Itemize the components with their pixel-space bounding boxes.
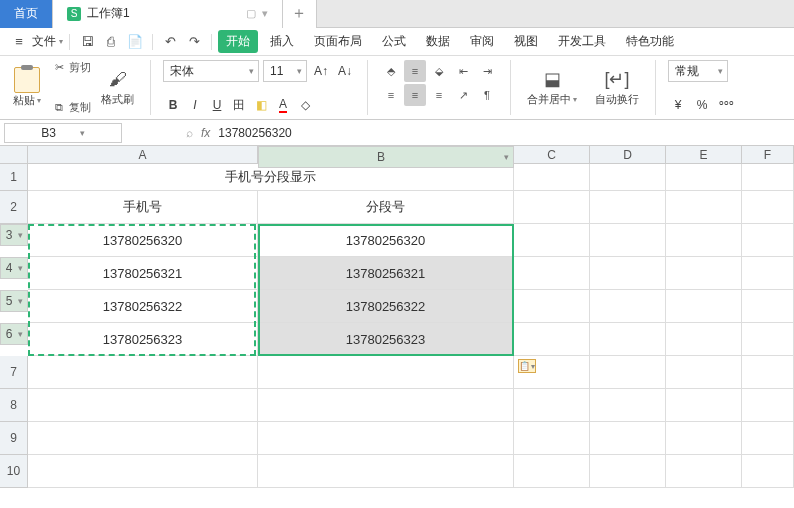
orientation-button[interactable]: ↗ [452,84,474,106]
paste-options-button[interactable]: 📋▾ [518,359,536,373]
cell[interactable] [666,422,742,455]
cell[interactable] [28,389,258,422]
cell[interactable] [514,164,590,191]
align-right-button[interactable]: ≡ [428,84,450,106]
cell[interactable] [742,164,794,191]
col-header-E[interactable]: E [666,146,742,164]
cell[interactable]: 13780256322 [28,290,258,323]
cell[interactable] [28,422,258,455]
rtl-button[interactable]: ¶ [476,84,498,106]
cell[interactable] [514,290,590,323]
row-header[interactable]: 3 [0,224,28,246]
bold-button[interactable]: B [163,95,183,115]
cell[interactable] [742,191,794,224]
cell[interactable] [514,224,590,257]
comma-button[interactable]: ᵒᵒᵒ [716,95,736,115]
indent-dec-button[interactable]: ⇤ [452,60,474,82]
cell[interactable] [514,323,590,356]
cell[interactable] [742,224,794,257]
border-button[interactable]: 田 [229,95,249,115]
cell[interactable]: 13780256323 [28,323,258,356]
spreadsheet-grid[interactable]: A B C D E F 1 手机号分段显示 2 手机号 分段号 31378025… [0,146,794,488]
font-size-select[interactable]: 11 [263,60,307,82]
menu-7[interactable]: 开发工具 [550,30,614,53]
menu-4[interactable]: 数据 [418,30,458,53]
align-middle-button[interactable]: ≡ [404,60,426,82]
redo-icon[interactable]: ↷ [183,32,205,52]
cell[interactable] [742,257,794,290]
font-name-select[interactable]: 宋体 [163,60,259,82]
col-header-F[interactable]: F [742,146,794,164]
cell[interactable]: 13780256323 [258,323,514,356]
cell[interactable] [590,323,666,356]
cell[interactable]: 手机号 [28,191,258,224]
cell[interactable] [742,356,794,389]
cell[interactable] [258,422,514,455]
font-color-button[interactable]: A [273,95,293,115]
fx-icon[interactable]: fx [201,126,210,140]
cell[interactable] [514,422,590,455]
cell[interactable] [666,290,742,323]
col-header-A[interactable]: A [28,146,258,164]
cell[interactable] [28,356,258,389]
col-header-D[interactable]: D [590,146,666,164]
hamburger-icon[interactable]: ≡ [8,32,30,52]
cell[interactable] [590,290,666,323]
menu-5[interactable]: 审阅 [462,30,502,53]
cell[interactable] [742,455,794,488]
paste-button[interactable]: 粘贴▾ [8,60,46,115]
align-bottom-button[interactable]: ⬙ [428,60,450,82]
cell[interactable] [742,422,794,455]
font-shrink-button[interactable]: A↓ [335,61,355,81]
cell[interactable] [590,389,666,422]
select-all-corner[interactable] [0,146,28,164]
tab-workbook[interactable]: S 工作簿1 ▢ ▾ [53,0,283,28]
print-icon[interactable]: 📄 [124,32,146,52]
cell-title[interactable]: 手机号分段显示 [28,164,514,191]
wrap-text-button[interactable]: [↵] 自动换行 [591,60,643,115]
cell[interactable] [742,290,794,323]
menu-1[interactable]: 插入 [262,30,302,53]
clear-format-button[interactable]: ◇ [295,95,315,115]
formula-input[interactable]: 13780256320 [218,126,291,140]
percent-button[interactable]: % [692,95,712,115]
cell[interactable] [514,389,590,422]
format-painter-button[interactable]: 🖌 格式刷 [97,60,138,115]
underline-button[interactable]: U [207,95,227,115]
align-top-button[interactable]: ⬘ [380,60,402,82]
cell[interactable] [590,422,666,455]
cell[interactable]: 13780256320 [28,224,258,257]
cell[interactable] [590,191,666,224]
row-header[interactable]: 5 [0,290,28,312]
menu-6[interactable]: 视图 [506,30,546,53]
cell[interactable] [666,323,742,356]
save-as-icon[interactable]: ⎙ [100,32,122,52]
cell[interactable] [666,164,742,191]
cell[interactable] [590,257,666,290]
italic-button[interactable]: I [185,95,205,115]
menu-2[interactable]: 页面布局 [306,30,370,53]
row-header[interactable]: 2 [0,191,28,224]
row-header[interactable]: 4 [0,257,28,279]
cell[interactable]: 13780256320 [258,224,514,257]
cell[interactable] [590,224,666,257]
cell[interactable] [514,257,590,290]
indent-inc-button[interactable]: ⇥ [476,60,498,82]
align-center-button[interactable]: ≡ [404,84,426,106]
row-header[interactable]: 6 [0,323,28,345]
cell[interactable] [666,356,742,389]
tab-add[interactable]: ＋ [283,0,317,28]
cell[interactable] [514,455,590,488]
cell[interactable] [666,191,742,224]
search-icon[interactable]: ⌕ [186,126,193,140]
tab-home[interactable]: 首页 [0,0,53,28]
col-header-B[interactable]: B [258,146,514,168]
row-header[interactable]: 1 [0,164,28,191]
cell[interactable] [28,455,258,488]
menu-0[interactable]: 开始 [218,30,258,53]
cell[interactable]: 13780256321 [258,257,514,290]
cell[interactable] [590,164,666,191]
align-left-button[interactable]: ≡ [380,84,402,106]
cell[interactable] [666,455,742,488]
row-header[interactable]: 8 [0,389,28,422]
